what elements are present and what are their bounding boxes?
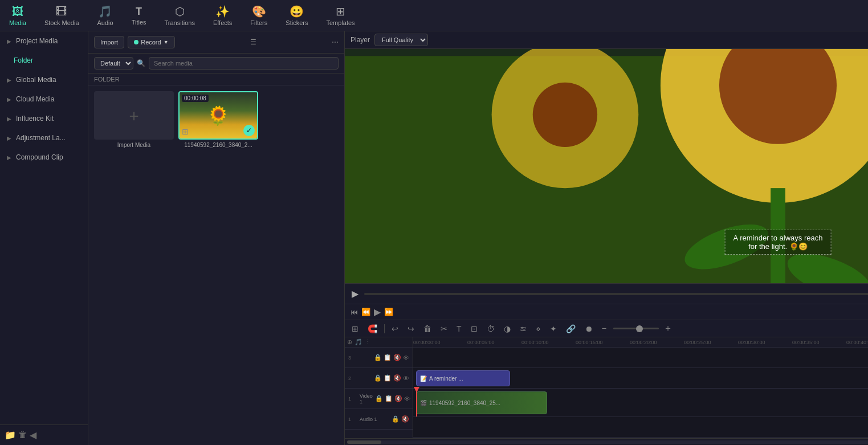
tl-mask-btn[interactable]: ◑ [502, 323, 513, 334]
video-clip-label: 11940592_2160_3840_25... [429, 400, 500, 406]
tl-minus-icon: － [600, 322, 609, 334]
sidebar-item-folder[interactable]: Folder [0, 51, 88, 70]
toolbar-titles[interactable]: T Titles [127, 3, 151, 28]
import-media-label: Import Media [117, 142, 150, 148]
tl-zoom-slider[interactable] [613, 328, 659, 329]
svg-point-9 [533, 83, 597, 147]
chevron-icon: ▶ [7, 77, 11, 83]
chevron-icon: ▶ [7, 96, 11, 103]
tl-text-btn[interactable]: T [454, 323, 464, 334]
tl-ai-btn[interactable]: ✦ [548, 323, 559, 334]
add-folder-icon[interactable]: 📁 [5, 430, 16, 440]
toolbar-templates[interactable]: ⊞ Templates [321, 2, 359, 28]
filters-icon: 🎨 [252, 5, 266, 18]
mute-icon-a1[interactable]: 🔇 [401, 415, 409, 423]
play-btn2[interactable]: ▶ [374, 307, 381, 317]
more-icon[interactable]: ⋯ [332, 38, 339, 46]
record-dot [134, 40, 138, 44]
tl-delete-btn[interactable]: 🗑 [421, 323, 434, 334]
tl-link-btn[interactable]: 🔗 [564, 323, 578, 334]
top-toolbar: 🖼 Media 🎞 Stock Media 🎵 Audio T Titles ⬡… [0, 0, 868, 31]
record-button[interactable]: Record ▼ [128, 36, 174, 48]
eye-icon-2[interactable]: 👁 [403, 375, 409, 382]
sidebar-item-project-media[interactable]: ▶ Project Media [0, 31, 88, 51]
step-fwd-btn[interactable]: ⏩ [384, 308, 393, 316]
timeline-content: 00:00:00:00 00:00:05:00 00:00:10:00 00:0… [413, 337, 868, 438]
mute-icon-1[interactable]: 🔇 [394, 395, 402, 402]
timeline-top-icons: ⊕ 🎵 ⋮ [345, 337, 413, 348]
collapse-icon[interactable]: ◀ [30, 430, 36, 440]
tl-record-btn[interactable]: ⏺ [582, 323, 595, 334]
track-row-3[interactable] [413, 348, 868, 368]
progress-bar[interactable] [364, 293, 868, 295]
sidebar-item-adjustment[interactable]: ▶ Adjustment La... [0, 128, 88, 148]
toolbar-stickers[interactable]: 😀 Stickers [281, 2, 312, 28]
tl-speed-btn[interactable]: ⏱ [484, 323, 497, 334]
toolbar-effects[interactable]: ✨ Effects [209, 2, 237, 28]
mute-icon-2[interactable]: 🔇 [393, 374, 401, 382]
copy-icon-3[interactable]: 📋 [384, 354, 392, 361]
toolbar-filters[interactable]: 🎨 Filters [246, 2, 272, 28]
track-row-2[interactable]: 📝 A reminder ... [413, 368, 868, 389]
media-panel-header: Import Record ▼ ☰ ⋯ [88, 31, 344, 54]
copy-icon-2[interactable]: 📋 [384, 374, 392, 382]
add-track-icon[interactable]: ⊕ [347, 338, 352, 346]
toolbar-audio[interactable]: 🎵 Audio [93, 2, 118, 28]
eye-icon-3[interactable]: 👁 [403, 354, 409, 361]
import-media-thumb[interactable]: ＋ [94, 91, 174, 140]
center-area: Player Full Quality ⊞ 🖼 [345, 31, 868, 445]
video-media-thumb[interactable]: 🌻 00:00:08 ⊞ ✓ [178, 91, 258, 140]
import-media-item[interactable]: ＋ Import Media [94, 91, 174, 148]
toolbar-transitions[interactable]: ⬡ Transitions [160, 2, 199, 28]
tl-stab-btn[interactable]: ≋ [517, 323, 529, 334]
sidebar-item-influence-kit[interactable]: ▶ Influence Kit [0, 109, 88, 128]
track-row-audio1[interactable] [413, 417, 868, 438]
copy-icon-1[interactable]: 📋 [385, 395, 393, 402]
sort-dropdown[interactable]: Default [94, 57, 133, 70]
play-btn[interactable]: ▶ [351, 287, 360, 300]
add-audio-icon[interactable]: 🎵 [354, 338, 362, 346]
toolbar-media[interactable]: 🖼 Media [5, 3, 31, 28]
search-input[interactable] [149, 57, 339, 70]
timeline-scroll-track[interactable] [347, 440, 868, 444]
timeline-area: ⊞ 🧲 ↩ ↪ 🗑 ✂ T ⊡ ⏱ ◑ ≋ ⋄ ✦ 🔗 ⏺ － ＋ ⊞ [345, 320, 868, 445]
toolbar-filters-label: Filters [250, 19, 267, 26]
import-button[interactable]: Import [94, 36, 124, 48]
quality-select[interactable]: Full Quality [374, 34, 428, 46]
chevron-icon: ▶ [7, 116, 11, 122]
lock-icon-3[interactable]: 🔒 [374, 354, 382, 361]
delete-folder-icon[interactable]: 🗑 [18, 430, 27, 440]
video-media-item[interactable]: 🌻 00:00:08 ⊞ ✓ 11940592_2160_3840_2... [178, 91, 258, 148]
toolbar-stock-label: Stock Media [44, 19, 79, 26]
lock-icon-2[interactable]: 🔒 [374, 374, 382, 382]
timeline-scroll-thumb[interactable] [347, 440, 381, 444]
lock-icon-a1[interactable]: 🔒 [392, 415, 400, 423]
options-icon[interactable]: ⋮ [365, 338, 371, 346]
eye-icon-1[interactable]: 👁 [404, 395, 410, 402]
filter-icon[interactable]: ☰ [250, 38, 256, 46]
lock-icon-1[interactable]: 🔒 [375, 395, 383, 402]
templates-icon: ⊞ [336, 5, 345, 18]
tl-undo-btn[interactable]: ↩ [389, 323, 401, 334]
video-clip[interactable]: 🎬 11940592_2160_3840_25... [416, 391, 547, 414]
tl-layout-btn[interactable]: ⊞ [349, 323, 361, 334]
title-clip[interactable]: 📝 A reminder ... [416, 370, 510, 386]
sidebar-item-cloud-media[interactable]: ▶ Cloud Media [0, 89, 88, 109]
record-chevron: ▼ [164, 39, 169, 45]
track-row-video1[interactable]: 🎬 11940592_2160_3840_25... [413, 389, 868, 417]
sidebar-item-compound-clip[interactable]: ▶ Compound Clip [0, 148, 88, 167]
selected-check: ✓ [243, 125, 255, 136]
tl-cut-btn[interactable]: ✂ [438, 323, 450, 334]
tl-kf-btn[interactable]: ⋄ [533, 323, 543, 334]
skip-back-btn[interactable]: ⏮ [351, 308, 358, 316]
tl-crop-btn[interactable]: ⊡ [468, 323, 480, 334]
tl-redo-btn[interactable]: ↪ [405, 323, 417, 334]
timeline-toolbar: ⊞ 🧲 ↩ ↪ 🗑 ✂ T ⊡ ⏱ ◑ ≋ ⋄ ✦ 🔗 ⏺ － ＋ ⊞ [345, 320, 868, 337]
chevron-icon: ▶ [7, 38, 11, 44]
mute-icon-3[interactable]: 🔇 [393, 354, 401, 361]
toolbar-stock-media[interactable]: 🎞 Stock Media [40, 3, 84, 28]
sidebar-item-global-media[interactable]: ▶ Global Media [0, 70, 88, 89]
track-label-2: 2 🔒 📋 🔇 👁 [345, 368, 413, 389]
tl-magnet-btn[interactable]: 🧲 [365, 323, 380, 334]
step-back-btn[interactable]: ⏪ [361, 308, 370, 316]
